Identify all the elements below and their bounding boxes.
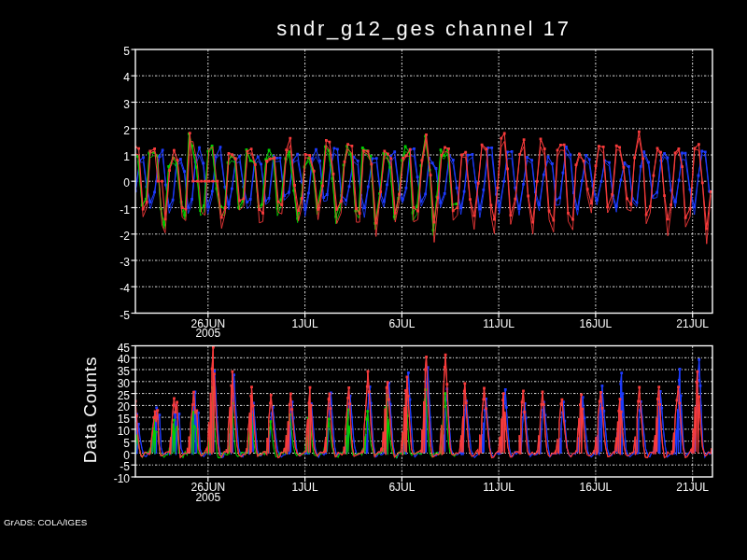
svg-text:16JUL: 16JUL [580,317,613,330]
svg-text:-2: -2 [120,230,130,243]
svg-text:25: 25 [118,389,131,402]
svg-text:-4: -4 [120,282,130,295]
svg-text:Data Counts: Data Counts [80,357,100,463]
svg-text:20: 20 [118,400,131,413]
svg-text:-10: -10 [114,472,131,485]
svg-text:45: 45 [118,342,131,355]
svg-text:-5: -5 [120,460,130,473]
svg-text:4: 4 [123,71,130,84]
svg-text:11JUL: 11JUL [483,317,514,330]
svg-text:1JUL: 1JUL [292,317,318,330]
svg-text:-3: -3 [120,256,130,269]
svg-text:30: 30 [118,377,131,390]
svg-text:6JUL: 6JUL [388,317,415,330]
svg-text:sndr_g12_ges channel 17: sndr_g12_ges channel 17 [276,17,571,40]
svg-text:6JUL: 6JUL [388,481,415,494]
svg-text:35: 35 [118,365,131,378]
svg-text:16JUL: 16JUL [580,481,613,494]
svg-text:0: 0 [123,449,130,462]
svg-text:-1: -1 [120,203,130,217]
svg-text:3: 3 [123,98,130,111]
svg-text:0: 0 [123,176,130,189]
svg-text:GrADS: COLA/IGES: GrADS: COLA/IGES [4,517,88,527]
svg-text:15: 15 [118,413,131,426]
svg-text:1JUL: 1JUL [292,481,318,494]
svg-text:21JUL: 21JUL [676,317,709,330]
svg-text:5: 5 [123,437,130,450]
svg-text:2005: 2005 [195,327,220,340]
svg-text:-5: -5 [120,309,130,322]
svg-text:2005: 2005 [195,491,220,504]
svg-text:2: 2 [123,124,130,137]
svg-text:21JUL: 21JUL [676,481,709,494]
svg-text:40: 40 [118,353,131,366]
svg-text:10: 10 [118,425,131,438]
svg-text:11JUL: 11JUL [483,481,514,494]
svg-text:1: 1 [123,150,130,163]
svg-text:5: 5 [123,45,130,58]
